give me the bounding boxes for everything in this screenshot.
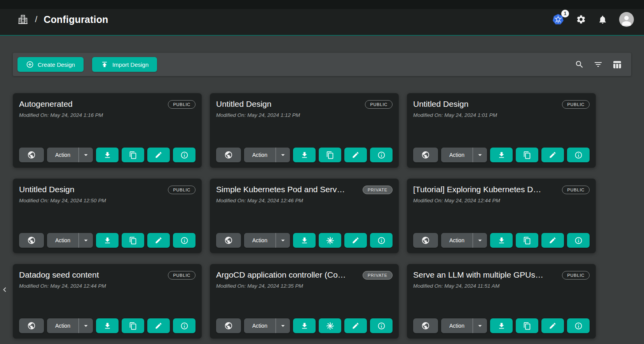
action-dropdown-toggle[interactable] xyxy=(79,318,93,333)
info-icon xyxy=(180,322,188,330)
building-icon[interactable] xyxy=(17,14,29,25)
download-button[interactable] xyxy=(96,318,119,333)
action-dropdown-toggle[interactable] xyxy=(473,148,487,162)
download-button[interactable] xyxy=(490,148,513,162)
clone-button[interactable] xyxy=(516,148,538,162)
card-title: Simple Kubernetes Pod and Serv… xyxy=(216,185,345,194)
visibility-globe-button[interactable] xyxy=(413,318,438,333)
download-button[interactable] xyxy=(490,318,513,333)
visibility-badge: PRIVATE xyxy=(363,271,393,280)
visibility-globe-button[interactable] xyxy=(216,318,241,333)
action-button[interactable]: Action xyxy=(47,148,79,162)
table-view-button[interactable] xyxy=(612,60,622,69)
swirl-icon xyxy=(326,236,335,245)
sidebar-collapse-button[interactable] xyxy=(0,285,9,294)
design-swirl-button[interactable] xyxy=(319,318,341,333)
visibility-globe-button[interactable] xyxy=(413,233,438,248)
action-button[interactable]: Action xyxy=(441,233,473,248)
visibility-globe-button[interactable] xyxy=(19,318,44,333)
action-button[interactable]: Action xyxy=(244,148,276,162)
filter-button[interactable] xyxy=(593,60,603,69)
download-button[interactable] xyxy=(490,233,513,248)
import-design-button[interactable]: Import Design xyxy=(92,57,157,72)
action-dropdown-toggle[interactable] xyxy=(276,318,290,333)
edit-button[interactable] xyxy=(344,318,367,333)
edit-pencil-icon xyxy=(549,236,557,244)
card-modified: Modified On: May 24, 2024 12:44 PM xyxy=(413,198,590,203)
edit-pencil-icon xyxy=(155,236,162,244)
edit-button[interactable] xyxy=(344,148,367,162)
edit-pencil-icon xyxy=(352,151,360,159)
clone-button[interactable] xyxy=(319,148,341,162)
download-button[interactable] xyxy=(293,233,316,248)
page-title: Configuration xyxy=(44,14,108,25)
info-button[interactable] xyxy=(567,233,590,248)
table-view-icon xyxy=(612,60,622,69)
edit-pencil-icon xyxy=(549,322,557,330)
visibility-badge: PRIVATE xyxy=(363,186,393,194)
edit-button[interactable] xyxy=(147,233,170,248)
visibility-badge: PUBLIC xyxy=(562,271,590,280)
edit-button[interactable] xyxy=(147,148,170,162)
info-button[interactable] xyxy=(567,318,590,333)
action-dropdown-toggle[interactable] xyxy=(276,233,290,248)
clone-button[interactable] xyxy=(122,233,144,248)
clone-icon xyxy=(129,151,137,159)
kubernetes-context-button[interactable]: 1 xyxy=(552,13,564,26)
action-button[interactable]: Action xyxy=(47,318,79,333)
action-split-button: Action xyxy=(441,318,487,333)
action-button[interactable]: Action xyxy=(244,233,276,248)
notifications-button[interactable] xyxy=(598,15,607,24)
card-modified: Modified On: May 24, 2024 1:12 PM xyxy=(216,112,393,118)
action-dropdown-toggle[interactable] xyxy=(473,233,487,248)
info-button[interactable] xyxy=(173,233,195,248)
action-button[interactable]: Action xyxy=(244,318,276,333)
info-icon xyxy=(574,236,583,245)
download-button[interactable] xyxy=(96,233,119,248)
search-button[interactable] xyxy=(575,60,584,69)
visibility-globe-button[interactable] xyxy=(19,148,44,162)
create-design-label: Create Design xyxy=(38,61,75,68)
clone-button[interactable] xyxy=(122,318,144,333)
visibility-globe-button[interactable] xyxy=(216,233,241,248)
action-dropdown-toggle[interactable] xyxy=(473,318,487,333)
chevron-down-icon xyxy=(476,151,484,159)
action-split-button: Action xyxy=(47,233,93,248)
clone-button[interactable] xyxy=(516,233,538,248)
user-avatar[interactable] xyxy=(619,12,634,27)
edit-button[interactable] xyxy=(344,233,367,248)
info-button[interactable] xyxy=(173,318,195,333)
info-button[interactable] xyxy=(173,148,195,162)
info-button[interactable] xyxy=(370,318,393,333)
create-design-button[interactable]: Create Design xyxy=(17,57,84,72)
settings-button[interactable] xyxy=(576,14,586,24)
download-icon xyxy=(497,322,506,330)
chevron-left-icon xyxy=(0,285,9,294)
clone-button[interactable] xyxy=(122,148,144,162)
action-button[interactable]: Action xyxy=(441,318,473,333)
edit-button[interactable] xyxy=(541,233,564,248)
visibility-globe-button[interactable] xyxy=(19,233,44,248)
edit-button[interactable] xyxy=(147,318,170,333)
action-dropdown-toggle[interactable] xyxy=(79,233,93,248)
action-button[interactable]: Action xyxy=(47,233,79,248)
chevron-down-icon xyxy=(279,321,287,330)
info-button[interactable] xyxy=(567,148,590,162)
action-button[interactable]: Action xyxy=(441,148,473,162)
download-button[interactable] xyxy=(293,148,316,162)
visibility-globe-button[interactable] xyxy=(413,148,438,162)
info-button[interactable] xyxy=(370,233,393,248)
action-split-button: Action xyxy=(244,233,290,248)
download-button[interactable] xyxy=(293,318,316,333)
design-swirl-button[interactable] xyxy=(319,233,341,248)
action-dropdown-toggle[interactable] xyxy=(276,148,290,162)
download-button[interactable] xyxy=(96,148,119,162)
edit-button[interactable] xyxy=(541,318,564,333)
card-actions: Action xyxy=(19,233,195,248)
edit-button[interactable] xyxy=(541,148,564,162)
add-circle-icon xyxy=(26,61,34,68)
visibility-globe-button[interactable] xyxy=(216,148,241,162)
action-dropdown-toggle[interactable] xyxy=(79,148,93,162)
clone-button[interactable] xyxy=(516,318,538,333)
info-button[interactable] xyxy=(370,148,393,162)
